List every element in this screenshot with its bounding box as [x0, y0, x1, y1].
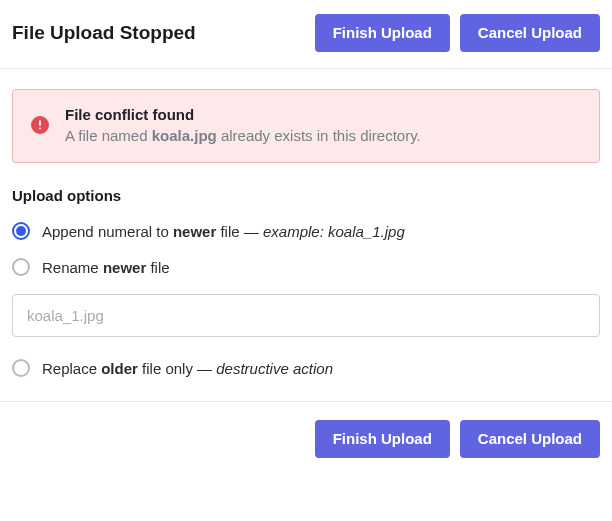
option-text-bold: newer: [103, 259, 146, 276]
option-text-dash: —: [197, 360, 216, 377]
dialog-body: File conflict found A file named koala.j…: [0, 69, 612, 401]
header-button-row: Finish Upload Cancel Upload: [315, 14, 600, 52]
option-text: Rename: [42, 259, 103, 276]
option-text: Replace: [42, 360, 101, 377]
dialog-title: File Upload Stopped: [12, 22, 196, 44]
option-replace-older[interactable]: Replace older file only — destructive ac…: [12, 359, 600, 377]
finish-upload-button-footer[interactable]: Finish Upload: [315, 420, 450, 458]
conflict-alert: File conflict found A file named koala.j…: [12, 89, 600, 163]
option-replace-older-label: Replace older file only — destructive ac…: [42, 360, 333, 377]
upload-options-label: Upload options: [12, 187, 600, 204]
option-rename-newer[interactable]: Rename newer file: [12, 258, 600, 276]
alert-title: File conflict found: [65, 106, 581, 123]
alert-description: A file named koala.jpg already exists in…: [65, 127, 581, 144]
rename-input-wrap: [12, 294, 600, 337]
option-text: file: [216, 223, 244, 240]
svg-rect-1: [39, 120, 41, 126]
alert-text: File conflict found A file named koala.j…: [65, 106, 581, 144]
option-text: file only: [138, 360, 197, 377]
rename-input[interactable]: [12, 294, 600, 337]
option-text: Append numeral to: [42, 223, 173, 240]
dialog-footer: Finish Upload Cancel Upload: [0, 402, 612, 478]
option-text-bold: older: [101, 360, 138, 377]
alert-desc-filename: koala.jpg: [152, 127, 217, 144]
alert-desc-prefix: A file named: [65, 127, 152, 144]
cancel-upload-button-footer[interactable]: Cancel Upload: [460, 420, 600, 458]
file-upload-dialog: File Upload Stopped Finish Upload Cancel…: [0, 0, 612, 478]
alert-desc-suffix: already exists in this directory.: [217, 127, 421, 144]
cancel-upload-button[interactable]: Cancel Upload: [460, 14, 600, 52]
svg-rect-2: [39, 128, 41, 130]
radio-append-numeral[interactable]: [12, 222, 30, 240]
option-text: file: [146, 259, 169, 276]
option-append-numeral-label: Append numeral to newer file — example: …: [42, 223, 405, 240]
option-append-numeral[interactable]: Append numeral to newer file — example: …: [12, 222, 600, 240]
dialog-header: File Upload Stopped Finish Upload Cancel…: [0, 0, 612, 68]
option-text-italic: destructive action: [216, 360, 333, 377]
option-text-italic: example: koala_1.jpg: [263, 223, 405, 240]
option-text-bold: newer: [173, 223, 216, 240]
warning-icon: [31, 116, 49, 134]
option-text-dash: —: [244, 223, 263, 240]
option-rename-newer-label: Rename newer file: [42, 259, 170, 276]
radio-rename-newer[interactable]: [12, 258, 30, 276]
finish-upload-button[interactable]: Finish Upload: [315, 14, 450, 52]
radio-replace-older[interactable]: [12, 359, 30, 377]
